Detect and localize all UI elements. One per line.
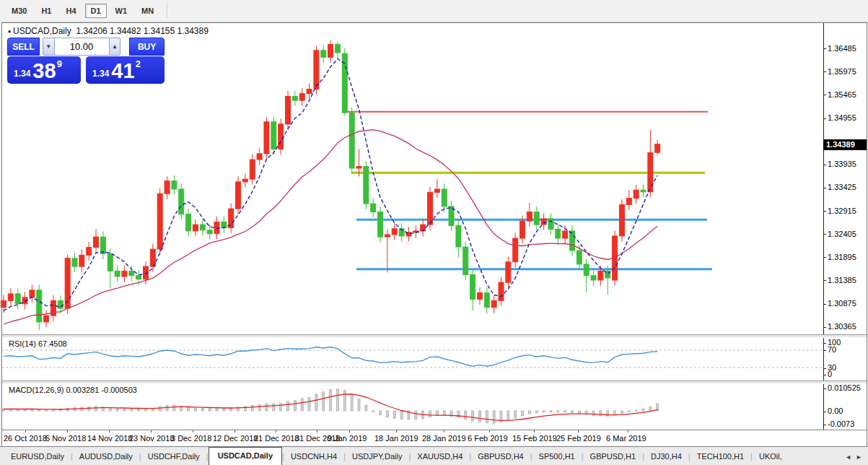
macd-bar [336, 389, 338, 411]
macd-bar [457, 411, 460, 417]
macd-bar [557, 411, 559, 412]
candle-body [506, 262, 511, 282]
tab-xauusd-h4[interactable]: XAUUSD,H4 [411, 448, 469, 465]
macd-bar [330, 390, 332, 411]
candle-body [371, 204, 376, 212]
macd-bar [209, 409, 211, 411]
candle-body [250, 160, 255, 179]
volume-increase-button[interactable]: ▲ [109, 38, 121, 56]
sell-price-prefix: 1.34 [14, 69, 30, 79]
pane-separator[interactable] [1, 381, 867, 384]
macd-bar [628, 411, 630, 412]
candle-body [37, 290, 42, 322]
chevron-up-icon: ▲ [112, 43, 118, 50]
macd-bar [465, 411, 467, 420]
candle-body [364, 166, 369, 204]
macd-bar [514, 411, 517, 418]
candle-body [392, 229, 397, 235]
tf-button-mn[interactable]: MN [136, 4, 159, 18]
macd-bar [528, 411, 530, 414]
macd-bar [45, 410, 48, 411]
sell-price-big: 38 [32, 62, 56, 80]
candle-body [122, 271, 127, 277]
buy-price-button[interactable]: 1.34 41 2 [86, 56, 165, 84]
date-axis-tick [193, 430, 193, 433]
candle-body [328, 45, 333, 58]
pane-separator[interactable] [1, 334, 867, 338]
candle-body [648, 153, 653, 192]
tab-scroll-right-icon[interactable]: ► [856, 453, 862, 461]
tab-gbpusd-h1[interactable]: GBPUSD,H1 [584, 448, 643, 465]
tab-usdcnh-h4[interactable]: USDCNH,H4 [284, 448, 343, 465]
candle-body [115, 271, 120, 277]
date-axis[interactable]: 26 Oct 20185 Nov 201814 Nov 201823 Nov 2… [1, 430, 867, 446]
date-axis-label: 21 Dec 2018 [254, 434, 299, 443]
candle-body [307, 89, 312, 93]
tab-sp500-h1[interactable]: SP500,H1 [532, 448, 582, 465]
candle-body [491, 300, 496, 307]
candle-body [257, 154, 262, 160]
rsi-chart[interactable] [1, 337, 823, 381]
price-axis-tick [823, 48, 826, 49]
rsi-axis-label: 70 [828, 345, 836, 354]
macd-bar [173, 405, 175, 411]
tab-gbpusd-h4[interactable]: GBPUSD,H4 [471, 448, 530, 465]
candle-body [499, 282, 504, 300]
tab-ukoil-[interactable]: UKOil, [753, 448, 789, 465]
candle-body [541, 219, 546, 225]
date-axis-tick [67, 430, 68, 433]
tf-button-m30[interactable]: M30 [6, 4, 32, 18]
buy-button[interactable]: BUY [129, 38, 165, 56]
candle-body [335, 45, 340, 53]
tab-eurusd-daily[interactable]: EURUSD,Daily [4, 448, 71, 465]
macd-axis-tick [823, 412, 826, 412]
volume-input[interactable] [55, 38, 109, 56]
tab-usdchf-daily[interactable]: USDCHF,Daily [141, 448, 206, 465]
candle-body [385, 235, 390, 237]
macd-bar [280, 404, 282, 411]
date-axis-label: 12 Dec 2018 [213, 434, 258, 443]
tf-button-h4[interactable]: H4 [60, 4, 82, 18]
date-axis-tick [489, 430, 490, 433]
tab-dj30-h4[interactable]: DJ30,H4 [644, 448, 688, 465]
macd-bar [323, 392, 325, 411]
macd-bar [194, 408, 196, 411]
macd-bar [380, 411, 382, 415]
tab-usdjpy-daily[interactable]: USDJPY,Daily [346, 448, 409, 465]
chart-ohlc: 1.34206 1.34482 1.34155 1.34389 [76, 26, 209, 36]
candle-body [15, 294, 20, 304]
ma-slow-line [4, 130, 657, 324]
candle-body [30, 290, 35, 297]
tf-button-w1[interactable]: W1 [110, 4, 133, 18]
tf-button-h1[interactable]: H1 [35, 4, 57, 18]
macd-bar [571, 411, 574, 412]
tab-usdcad-daily[interactable]: USDCAD,Daily [209, 447, 282, 465]
macd-bar [166, 406, 168, 411]
macd-bar [386, 411, 388, 417]
candle-body [634, 190, 639, 198]
candle-body [100, 237, 105, 253]
price-axis-tick [823, 188, 826, 188]
candle-body [655, 144, 660, 153]
price-axis-label: 1.31895 [828, 253, 856, 261]
tab-scroll-left-icon[interactable]: ◄ [845, 453, 851, 461]
price-axis-tick [823, 95, 826, 95]
candle-body [1, 300, 6, 307]
macd-bar [159, 407, 161, 411]
sell-price-button[interactable]: 1.34 38 9 [7, 56, 81, 84]
sell-button[interactable]: SELL [7, 38, 40, 56]
ma-fast-line [4, 58, 657, 310]
tf-button-d1[interactable]: D1 [85, 4, 107, 18]
rsi-axis-tick [823, 350, 826, 351]
candle-body [8, 294, 13, 300]
tab-tech100-h1[interactable]: TECH100,H1 [691, 448, 750, 465]
volume-decrease-button[interactable]: ▼ [43, 38, 55, 56]
date-axis-tick [109, 430, 110, 433]
candle-body [271, 122, 276, 149]
macd-bar [201, 409, 203, 411]
candle-body [222, 222, 227, 227]
buy-price-big: 41 [111, 62, 134, 80]
macd-axis-label: 0.010525 [828, 383, 861, 392]
chart-window: ▴USDCAD,Daily 1.34206 1.34482 1.34155 1.… [0, 22, 868, 446]
tab-audusd-daily[interactable]: AUDUSD,Daily [73, 448, 139, 465]
